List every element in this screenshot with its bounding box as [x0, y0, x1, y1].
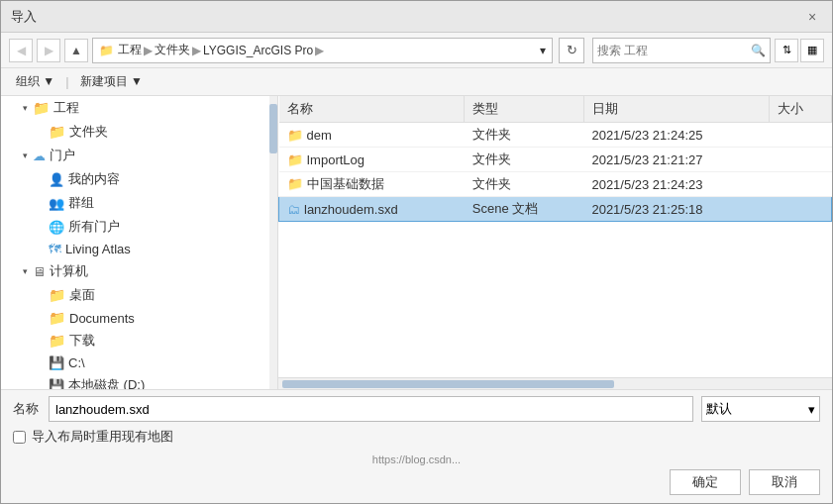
reuse-map-checkbox[interactable] — [13, 431, 26, 444]
documents-icon: 📁 — [49, 310, 65, 326]
footer-note: https://blog.csdn... — [13, 454, 820, 465]
sidebar-item-groups[interactable]: 👥 群组 — [1, 191, 277, 215]
groups-label: 群组 — [68, 194, 94, 212]
sidebar: ▾ 📁 工程 📁 文件夹 ▾ ☁ 门户 👤 — [1, 96, 278, 389]
sidebar-item-computer[interactable]: ▾ 🖥 计算机 — [1, 259, 277, 283]
sidebar-item-living-atlas[interactable]: 🗺 Living Atlas — [1, 239, 277, 259]
view-sort-button[interactable]: ⇅ — [775, 39, 798, 62]
sidebar-item-documents[interactable]: 📁 Documents — [1, 307, 277, 329]
import-dialog: 导入 × ◀ ▶ ▲ 📁 工程 ▶ 文件夹 ▶ LYGGIS_ArcGIS Pr… — [0, 0, 833, 504]
file-name: 🗂lanzhoudem.sxd — [279, 197, 465, 222]
bottom-panel: 名称 默认 ▾ 导入布局时重用现有地图 https://blog.csdn...… — [1, 389, 832, 503]
sidebar-scrollbar[interactable] — [269, 96, 277, 389]
horizontal-scrollbar[interactable] — [278, 377, 832, 389]
organize-button[interactable]: 组织 ▼ — [9, 70, 61, 93]
table-row[interactable]: 📁ImportLog 文件夹 2021/5/23 21:21:27 — [279, 148, 832, 172]
file-type: 文件夹 — [465, 123, 584, 148]
table-row-selected[interactable]: 🗂lanzhoudem.sxd Scene 文档 2021/5/23 21:25… — [279, 197, 832, 222]
scene-icon: 🗂 — [287, 202, 300, 217]
name-input[interactable] — [49, 396, 693, 422]
sidebar-item-all-portals[interactable]: 🌐 所有门户 — [1, 215, 277, 239]
table-row[interactable]: 📁dem 文件夹 2021/5/23 21:24:25 — [279, 123, 832, 148]
sidebar-item-project[interactable]: ▾ 📁 工程 — [1, 96, 277, 120]
files-label: 文件夹 — [69, 123, 108, 141]
search-box[interactable]: 🔍 — [592, 38, 771, 63]
computer-icon: 🖥 — [33, 264, 46, 279]
file-name: 📁ImportLog — [279, 148, 465, 172]
file-date: 2021/5/23 21:24:25 — [583, 123, 769, 148]
address-bar[interactable]: 📁 工程 ▶ 文件夹 ▶ LYGGIS_ArcGIS Pro ▶ ▾ — [92, 38, 553, 63]
files-table: 名称 类型 日期 大小 📁dem 文件夹 2021/5/23 21:2 — [278, 96, 832, 222]
sep3: ▶ — [315, 44, 324, 57]
project-label: 工程 — [53, 99, 79, 117]
expander-computer[interactable]: ▾ — [17, 266, 33, 276]
d-drive-label: 本地磁盘 (D:) — [68, 376, 145, 389]
up-button[interactable]: ▲ — [64, 39, 88, 62]
col-type[interactable]: 类型 — [465, 96, 584, 123]
navigation-toolbar: ◀ ▶ ▲ 📁 工程 ▶ 文件夹 ▶ LYGGIS_ArcGIS Pro ▶ ▾… — [1, 33, 832, 68]
portal-icon: ☁ — [33, 149, 46, 163]
file-pane: 名称 类型 日期 大小 📁dem 文件夹 2021/5/23 21:2 — [278, 96, 832, 389]
file-size — [770, 123, 832, 148]
file-name: 📁中国基础数据 — [279, 172, 465, 197]
col-date[interactable]: 日期 — [583, 96, 769, 123]
sidebar-item-d-drive[interactable]: 💾 本地磁盘 (D:) — [1, 373, 277, 389]
expander-portal[interactable]: ▾ — [17, 151, 33, 160]
col-size[interactable]: 大小 — [770, 96, 832, 123]
forward-button[interactable]: ▶ — [37, 39, 60, 62]
new-item-button[interactable]: 新建项目 ▼ — [73, 70, 150, 93]
documents-label: Documents — [69, 311, 135, 326]
dropdown-icon[interactable]: ▾ — [540, 44, 546, 57]
sidebar-item-desktop[interactable]: 📁 桌面 — [1, 283, 277, 307]
back-button[interactable]: ◀ — [9, 39, 33, 62]
search-icon: 🔍 — [751, 44, 766, 57]
file-type: Scene 文档 — [465, 197, 584, 222]
dropdown-arrow: ▾ — [808, 402, 815, 417]
groups-icon: 👥 — [49, 196, 64, 211]
c-drive-label: C:\ — [68, 355, 85, 370]
table-row[interactable]: 📁中国基础数据 文件夹 2021/5/23 21:24:23 — [279, 172, 832, 197]
type-label: 默认 — [706, 400, 732, 418]
cancel-button[interactable]: 取消 — [749, 469, 820, 495]
sidebar-item-downloads[interactable]: 📁 下载 — [1, 329, 277, 353]
desktop-label: 桌面 — [69, 286, 95, 304]
folder-icon: 📁 — [99, 44, 114, 57]
h-scrollbar-thumb[interactable] — [282, 380, 614, 388]
type-dropdown[interactable]: 默认 ▾ — [701, 396, 820, 422]
portal-label: 门户 — [50, 147, 75, 164]
file-table: 名称 类型 日期 大小 📁dem 文件夹 2021/5/23 21:2 — [278, 96, 832, 377]
sidebar-item-files[interactable]: 📁 文件夹 — [1, 120, 277, 144]
files-icon: 📁 — [49, 124, 65, 140]
view-toggle: ⇅ ▦ — [775, 39, 824, 62]
search-input[interactable] — [597, 44, 751, 57]
action-bar: 组织 ▼ | 新建项目 ▼ — [1, 68, 832, 96]
sidebar-item-portal[interactable]: ▾ ☁ 门户 — [1, 144, 277, 167]
name-row: 名称 默认 ▾ — [13, 396, 820, 422]
breadcrumb-project[interactable]: 工程 — [118, 42, 142, 58]
file-name: 📁dem — [279, 123, 465, 148]
all-portals-icon: 🌐 — [49, 220, 64, 235]
sidebar-item-c-drive[interactable]: 💾 C:\ — [1, 353, 277, 373]
footer-btn-row: 确定 取消 — [13, 469, 820, 497]
sep1: ▶ — [144, 44, 153, 57]
my-content-label: 我的内容 — [68, 170, 120, 188]
folder-icon: 📁 — [287, 128, 303, 143]
file-date: 2021/5/23 21:25:18 — [583, 197, 769, 222]
sidebar-item-my-content[interactable]: 👤 我的内容 — [1, 167, 277, 191]
title-bar: 导入 × — [1, 1, 832, 33]
confirm-button[interactable]: 确定 — [670, 469, 741, 495]
all-portals-label: 所有门户 — [68, 218, 120, 236]
breadcrumb-current[interactable]: LYGGIS_ArcGIS Pro — [203, 44, 313, 57]
close-button[interactable]: × — [802, 7, 822, 27]
refresh-button[interactable]: ↻ — [559, 38, 584, 63]
checkbox-label: 导入布局时重用现有地图 — [32, 428, 173, 446]
expander-project[interactable]: ▾ — [17, 103, 33, 113]
view-grid-button[interactable]: ▦ — [800, 39, 824, 62]
desktop-icon: 📁 — [49, 287, 65, 303]
col-name[interactable]: 名称 — [279, 96, 465, 123]
sidebar-scrollbar-thumb[interactable] — [269, 104, 277, 153]
folder-icon: 📁 — [287, 152, 303, 167]
breadcrumb: 工程 ▶ 文件夹 ▶ LYGGIS_ArcGIS Pro ▶ — [118, 42, 536, 58]
breadcrumb-files[interactable]: 文件夹 — [155, 42, 190, 58]
my-content-icon: 👤 — [49, 172, 64, 187]
